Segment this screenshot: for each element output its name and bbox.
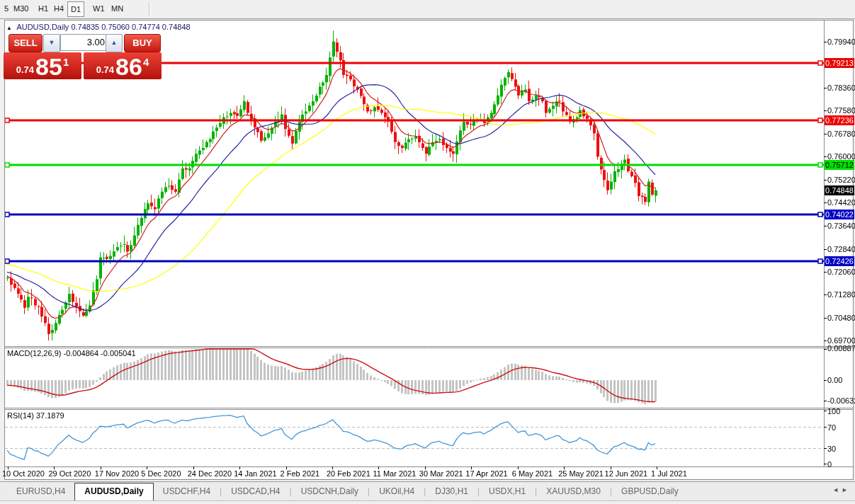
tab-dj30-h1[interactable]: DJ30,H1 (426, 486, 477, 496)
date-axis-label: 29 Oct 2020 (48, 469, 91, 478)
one-click-trading-panel: ▲ AUDUSD,Daily 0.74835 0.75060 0.74774 0… (4, 23, 162, 81)
chart-symbol-header: ▲ AUDUSD,Daily 0.74835 0.75060 0.74774 0… (6, 23, 191, 31)
rsi-axis-label: 70 (827, 423, 836, 432)
rsi-axis-label: 30 (827, 445, 836, 453)
buy-price-small: 0.74 (96, 64, 114, 75)
chart-tab-bar: EURUSD,H4AUDUSD,DailyUSDCHF,H4|USDCAD,H4… (0, 481, 855, 501)
timeframe-toolbar: 5M30H1H4D1W1MN (0, 0, 855, 19)
tab-usdcad-h4[interactable]: USDCAD,H4 (222, 486, 289, 496)
timeframe-button-h1[interactable]: H1 (35, 1, 51, 16)
timeframe-button-w1[interactable]: W1 (90, 1, 108, 16)
price-axis-label: 0.72840 (827, 245, 855, 253)
ohlc-values: 0.74835 0.75060 0.74774 0.74848 (71, 23, 190, 31)
date-axis-label: 17 Apr 2021 (465, 469, 507, 478)
price-axis-label: 0.70480 (827, 314, 855, 322)
date-axis-label: 11 Mar 2021 (373, 469, 416, 478)
tab-gbpusd-daily[interactable]: GBPUSD,Daily (612, 486, 688, 496)
date-axis-label: 25 May 2021 (558, 469, 604, 478)
date-axis-label: 2 Feb 2021 (281, 469, 320, 478)
buy-price-sup: 4 (143, 56, 149, 68)
tab-ukoil-h4[interactable]: UKOil,H4 (370, 486, 424, 496)
date-axis-label: 1 Jul 2021 (651, 469, 687, 478)
timeframe-button-h4[interactable]: H4 (51, 1, 67, 16)
rsi-axis-label: 0 (827, 460, 832, 469)
price-axis-label: 0.78360 (827, 84, 855, 92)
buy-button[interactable]: BUY (124, 34, 161, 52)
date-axis-label: 12 Jun 2021 (605, 469, 648, 478)
price-axis-label: 0.75220 (827, 176, 855, 184)
volume-input[interactable]: 3.00 (60, 34, 110, 51)
price-axis-label: 0.73640 (827, 222, 855, 230)
price-axis-label: 0.76780 (827, 130, 855, 138)
date-axis-label: 30 Mar 2021 (419, 469, 463, 478)
timeframe-button-d1[interactable]: D1 (67, 1, 84, 17)
date-axis-label: 10 Oct 2020 (2, 469, 45, 478)
tab-usdx-h1[interactable]: USDX,H1 (480, 486, 535, 496)
toolbar-separator (149, 2, 150, 16)
price-line-badge: 0.74848 (825, 185, 854, 195)
price-axis-label: 0.79940 (827, 38, 855, 46)
date-axis-label: 24 Dec 2020 (188, 469, 232, 478)
sell-price-big: 85 (35, 55, 62, 79)
timeframe-button-m30[interactable]: M30 (11, 1, 31, 16)
sell-price-sup: 1 (63, 56, 69, 68)
rsi-pane-label: RSI(14) 37.1879 (7, 411, 64, 420)
sell-price-small: 0.74 (16, 64, 34, 75)
buy-price-big: 86 (115, 55, 142, 79)
macd-axis-label: 0.008871 (827, 344, 855, 353)
tab-scroll-left-icon[interactable]: ◄ (832, 486, 842, 493)
tab-scroll-right-icon[interactable]: ► (842, 486, 851, 493)
price-line-badge: 0.75712 (825, 160, 854, 170)
rsi-axis-label: 100 (827, 407, 840, 416)
collapse-triangle-icon[interactable]: ▲ (6, 25, 12, 31)
sell-price-panel[interactable]: 0.74 85 1 (4, 52, 81, 79)
macd-pane-label: MACD(12,26,9) -0.004864 -0.005041 (7, 349, 136, 357)
date-axis-label: 5 Dec 2020 (141, 469, 181, 478)
sell-button[interactable]: SELL (9, 34, 43, 52)
price-axis-label: 0.72060 (827, 268, 855, 276)
price-axis-label: 0.71280 (827, 290, 855, 299)
tab-xauusd-m30[interactable]: XAUUSD,M30 (537, 486, 610, 496)
price-line-badge: 0.74022 (825, 210, 854, 219)
volume-increase-button[interactable]: ▲ (106, 34, 123, 52)
price-line-badge: 0.79213 (825, 58, 854, 68)
timeframe-button-mn[interactable]: MN (108, 1, 126, 16)
tab-scroll-arrows: ◄► (832, 486, 851, 493)
price-line-badge: 0.72426 (825, 256, 854, 266)
tab-audusd-daily[interactable]: AUDUSD,Daily (74, 483, 153, 500)
timeframe-button-5[interactable]: 5 (1, 1, 11, 16)
date-axis-label: 14 Jan 2021 (234, 469, 277, 478)
price-axis-label: 0.74420 (827, 198, 855, 207)
tab-usdcnh-daily[interactable]: USDCNH,Daily (292, 486, 368, 496)
tab-usdchf-h4[interactable]: USDCHF,H4 (154, 486, 220, 496)
date-axis-label: 20 Feb 2021 (327, 469, 370, 478)
date-axis-label: 6 May 2021 (512, 469, 553, 478)
macd-axis-label: -0.00632 (827, 396, 855, 405)
price-line-badge: 0.77236 (825, 115, 854, 125)
symbol-title: AUDUSD,Daily (16, 23, 69, 31)
buy-price-panel[interactable]: 0.74 86 4 (84, 52, 162, 79)
volume-decrease-button[interactable]: ▼ (43, 34, 60, 52)
price-axis-label: 0.77580 (827, 106, 855, 115)
macd-axis-label: 0.00 (827, 376, 842, 384)
date-axis-label: 17 Nov 2020 (95, 469, 139, 478)
tab-eurusd-h4[interactable]: EURUSD,H4 (7, 486, 74, 496)
